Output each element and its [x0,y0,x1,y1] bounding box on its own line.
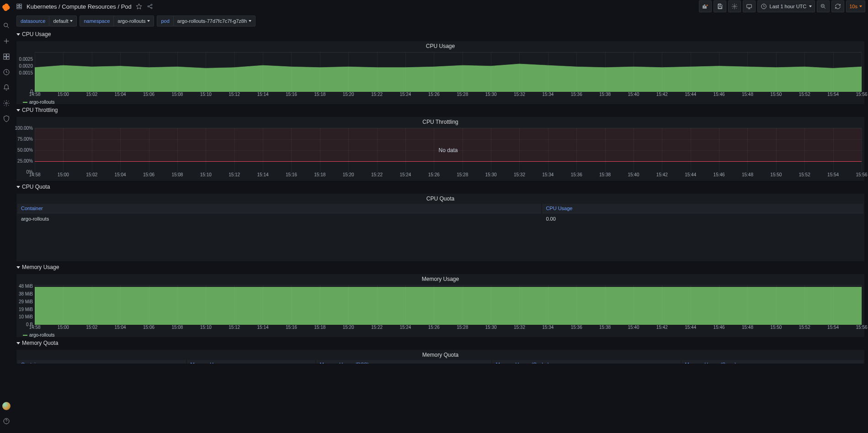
chevron-down-icon [859,5,862,7]
refresh-button[interactable] [831,0,844,12]
ytick: 25.00% [17,158,33,164]
var-label: datasource [17,16,49,26]
svg-line-22 [149,5,151,6]
dashboard-settings-button[interactable] [728,0,741,12]
table-header-row: Container Memory Usage Memory Usage (RSS… [17,360,863,364]
row-title: CPU Quota [22,184,50,190]
xtick: 15:50 [770,92,782,97]
shield-icon[interactable] [0,112,13,125]
row-cpu-quota[interactable]: CPU Quota [16,182,864,192]
xtick: 15:00 [58,92,69,97]
xaxis: 14:5815:0015:0215:0415:0615:0815:1015:12… [35,324,862,331]
panel-grid-icon[interactable] [16,3,23,10]
refresh-interval-picker[interactable]: 10s [846,0,865,12]
xtick: 15:02 [86,172,97,177]
xtick: 15:42 [656,325,668,330]
time-picker[interactable]: Last 1 hour UTC [757,0,815,12]
col-mem-swap[interactable]: Memory Usage (Swap) [682,360,864,364]
explore-icon[interactable] [0,66,13,79]
alerting-icon[interactable] [0,81,13,94]
user-avatar[interactable] [2,402,11,410]
var-namespace[interactable]: namespace argo-rollouts [80,16,154,26]
svg-point-19 [148,6,149,7]
legend: argo-rollouts [16,98,864,107]
xtick: 15:34 [542,92,554,97]
xtick: 15:12 [229,172,240,177]
col-mem-cache[interactable]: Memory Usage (Cache) [492,360,681,364]
dashboards-icon[interactable] [0,50,13,63]
svg-point-0 [4,23,8,27]
panel-memory-usage[interactable]: Memory Usage 0 B 10 MiB 19 MiB 29 MiB 38… [16,274,864,337]
xtick: 15:36 [571,92,582,97]
col-container[interactable]: Container [17,360,186,364]
search-icon[interactable] [0,19,13,32]
memory-quota-table: Container Memory Usage Memory Usage (RSS… [16,359,864,364]
threshold-band [35,128,862,161]
xtick: 15:16 [286,325,297,330]
var-value: argo-rollouts [117,18,145,24]
row-cpu-usage[interactable]: CPU Usage [16,29,864,39]
share-icon[interactable] [146,3,154,10]
chevron-down-icon [70,20,73,22]
svg-rect-32 [746,5,751,8]
col-cpu-usage[interactable]: CPU Usage [542,204,863,213]
xtick: 15:16 [286,172,297,177]
xtick: 15:02 [86,325,97,330]
nav-sidebar [0,0,13,433]
col-mem-usage[interactable]: Memory Usage [187,360,315,364]
xtick: 15:08 [171,172,183,177]
chevron-down-icon [809,5,812,7]
ytick: 38 MiB [19,291,33,296]
gear-icon[interactable] [0,97,13,110]
xtick: 15:06 [143,172,154,177]
panel-memory-quota[interactable]: Memory Quota Container Memory Usage Memo… [16,350,864,364]
star-icon[interactable] [135,3,143,10]
xtick: 15:38 [599,92,611,97]
svg-rect-29 [719,4,720,5]
svg-rect-6 [4,57,6,59]
tv-mode-button[interactable] [743,0,756,12]
xtick: 15:36 [571,325,582,330]
var-datasource[interactable]: datasource default [16,16,77,26]
xtick: 15:20 [343,325,354,330]
add-panel-button[interactable] [699,0,712,12]
svg-rect-25 [704,5,705,9]
col-mem-rss[interactable]: Memory Usage (RSS) [316,360,491,364]
var-pod[interactable]: pod argo-rollouts-77d7fc7c7f-g7z8h [157,16,256,26]
svg-rect-26 [705,6,706,8]
svg-point-21 [151,7,152,9]
legend-swatch [23,335,27,336]
dashboard-content: CPU Usage CPU Usage 0 0.0015 0.0020 0.00… [13,28,868,433]
chevron-down-icon [249,20,251,22]
xtick: 15:04 [115,172,126,177]
ytick: 75.00% [17,137,33,142]
panel-cpu-quota[interactable]: CPU Quota Container CPU Usage argo-rollo… [16,194,864,261]
svg-rect-30 [719,7,721,9]
col-container[interactable]: Container [17,204,541,213]
zoom-out-button[interactable] [817,0,830,12]
legend: argo-rollouts [16,331,864,340]
chevron-down-icon [16,266,20,269]
xtick: 15:48 [742,172,753,177]
no-data-label: No data [438,147,458,153]
xtick: 15:16 [286,92,297,97]
plus-icon[interactable] [0,35,13,48]
panel-cpu-usage[interactable]: CPU Usage 0 0.0015 0.0020 0.0025 14:5815… [16,41,864,104]
save-dashboard-button[interactable] [714,0,726,12]
chevron-down-icon [16,186,20,188]
panel-cpu-throttling[interactable]: CPU Throttling 0% 25.00% 50.00% 75.00% 1… [16,117,864,181]
xtick: 15:52 [799,92,810,97]
help-icon[interactable] [0,415,13,428]
row-memory-usage[interactable]: Memory Usage [16,262,864,272]
xtick: 15:14 [257,172,269,177]
dashboard-title[interactable]: Kubernetes / Compute Resources / Pod [27,3,132,10]
ytick: 10 MiB [19,314,33,319]
xtick: 14:58 [29,325,40,330]
xtick: 15:18 [314,172,325,177]
xtick: 14:58 [29,172,40,177]
table-row: argo-rollouts 0.00 [17,214,863,223]
legend-label: argo-rollouts [29,100,55,105]
var-label: namespace [80,16,114,26]
grafana-logo[interactable] [1,3,11,13]
xtick: 15:30 [485,325,497,330]
